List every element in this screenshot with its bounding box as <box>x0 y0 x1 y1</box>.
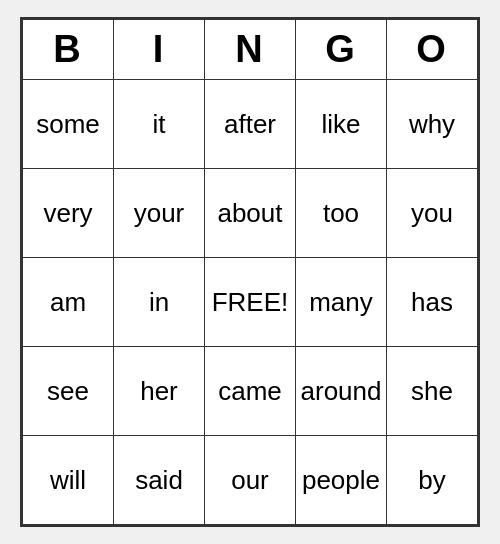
table-row: some it after like why <box>23 80 478 169</box>
cell-2-4: has <box>387 258 478 347</box>
cell-3-2: came <box>205 347 296 436</box>
header-b: B <box>23 20 114 80</box>
cell-2-1: in <box>114 258 205 347</box>
cell-2-3: many <box>296 258 387 347</box>
table-row: see her came around she <box>23 347 478 436</box>
cell-0-3: like <box>296 80 387 169</box>
cell-1-4: you <box>387 169 478 258</box>
cell-2-0: am <box>23 258 114 347</box>
header-row: B I N G O <box>23 20 478 80</box>
cell-4-0: will <box>23 436 114 525</box>
cell-0-4: why <box>387 80 478 169</box>
cell-4-2: our <box>205 436 296 525</box>
cell-3-4: she <box>387 347 478 436</box>
cell-4-3: people <box>296 436 387 525</box>
cell-0-2: after <box>205 80 296 169</box>
table-row: am in FREE! many has <box>23 258 478 347</box>
header-i: I <box>114 20 205 80</box>
cell-1-2: about <box>205 169 296 258</box>
header-o: O <box>387 20 478 80</box>
cell-4-1: said <box>114 436 205 525</box>
cell-1-3: too <box>296 169 387 258</box>
cell-4-4: by <box>387 436 478 525</box>
header-g: G <box>296 20 387 80</box>
free-space-cell: FREE! <box>205 258 296 347</box>
cell-1-1: your <box>114 169 205 258</box>
table-row: very your about too you <box>23 169 478 258</box>
cell-0-0: some <box>23 80 114 169</box>
cell-1-0: very <box>23 169 114 258</box>
cell-0-1: it <box>114 80 205 169</box>
header-n: N <box>205 20 296 80</box>
table-row: will said our people by <box>23 436 478 525</box>
bingo-card: B I N G O some it after like why very yo… <box>20 17 480 527</box>
cell-3-0: see <box>23 347 114 436</box>
cell-3-3: around <box>296 347 387 436</box>
bingo-table: B I N G O some it after like why very yo… <box>22 19 478 525</box>
cell-3-1: her <box>114 347 205 436</box>
